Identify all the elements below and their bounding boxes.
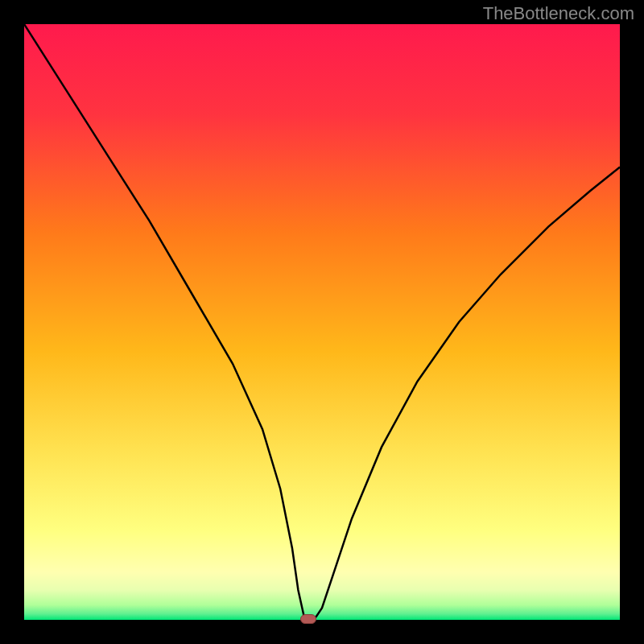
minimum-marker xyxy=(300,614,316,624)
chart-container: TheBottleneck.com xyxy=(0,0,644,644)
plot-svg xyxy=(24,24,620,620)
gradient-background xyxy=(24,24,620,620)
watermark-text: TheBottleneck.com xyxy=(483,3,634,24)
plot-area xyxy=(24,24,620,620)
